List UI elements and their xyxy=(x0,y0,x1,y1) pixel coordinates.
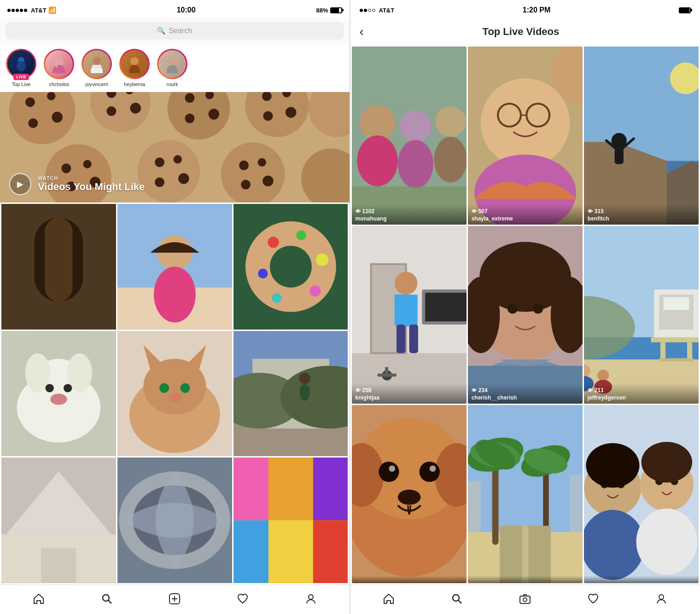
grid-cell-8[interactable] xyxy=(117,458,232,583)
story-item-chchoitoi[interactable]: chchoitoi xyxy=(43,49,75,87)
live-cell-8[interactable] xyxy=(468,405,583,583)
grid-cell-7[interactable] xyxy=(1,458,116,583)
arch-photo xyxy=(1,204,116,330)
signal-dot-3 xyxy=(16,9,19,12)
svg-point-18 xyxy=(52,112,63,123)
search-nav-icon-right xyxy=(451,593,463,607)
svg-point-207 xyxy=(636,509,697,575)
live-cell-3[interactable]: 👁 315 benfitch xyxy=(584,46,699,225)
views-6: 👁 211 xyxy=(588,387,695,394)
live-cell-info-6: 👁 211 jeffreydgerson xyxy=(584,383,699,404)
svg-point-23 xyxy=(130,103,141,114)
nav-home-right[interactable] xyxy=(378,589,400,611)
person-silhouette-4 xyxy=(163,55,181,73)
joyvincent-ring xyxy=(82,49,112,79)
battery-icon-right xyxy=(679,7,691,13)
heyberna-avatar xyxy=(121,50,148,78)
grid-cell-6[interactable] xyxy=(233,331,348,457)
username-4: knightjaa xyxy=(356,394,463,401)
toplive-username: Top Live xyxy=(12,81,31,87)
signal-strength xyxy=(7,9,27,12)
person-silhouette-3 xyxy=(125,55,144,73)
signal-dot-r3 xyxy=(368,9,371,12)
live-cell-2[interactable]: 👁 507 shayla_extreme xyxy=(468,46,583,225)
benfitch-photo xyxy=(584,46,699,225)
photo-grid xyxy=(0,203,350,585)
username-1: monahuang xyxy=(356,215,463,222)
cherish-photo xyxy=(468,226,583,404)
live-cell-info-3: 👁 315 benfitch xyxy=(584,204,699,225)
grid-cell-5[interactable] xyxy=(117,331,232,457)
story-item-toplive[interactable]: LIVE Top Live xyxy=(6,49,37,87)
search-placeholder: Search xyxy=(169,27,192,35)
city-photo xyxy=(233,331,348,457)
story-item-heyberna[interactable]: heyberna xyxy=(119,49,150,87)
username-3: benfitch xyxy=(588,215,695,222)
svg-point-184 xyxy=(379,462,399,482)
dog-live-photo xyxy=(352,405,467,583)
live-cell-4[interactable]: 👁 259 knightjaa xyxy=(352,226,467,404)
back-button[interactable]: ‹ xyxy=(360,24,364,39)
heart-icon-right xyxy=(587,593,599,607)
watch-section[interactable]: ▶ WATCH Videos You Might Like xyxy=(0,166,350,203)
svg-point-185 xyxy=(419,462,439,482)
svg-point-28 xyxy=(208,109,219,120)
cookies-banner: ▶ WATCH Videos You Might Like xyxy=(0,92,350,203)
grid-cell-2[interactable] xyxy=(117,204,232,330)
svg-point-84 xyxy=(168,392,181,402)
nav-profile-left[interactable] xyxy=(300,589,322,611)
nav-add-left[interactable] xyxy=(163,589,186,611)
svg-point-65 xyxy=(316,254,328,266)
username-6: jeffreydgerson xyxy=(588,394,695,401)
live-cell-info-9 xyxy=(584,576,699,583)
live-cell-6[interactable]: 👁 211 jeffreydgerson xyxy=(584,226,699,404)
time-display: 10:00 xyxy=(177,6,196,14)
svg-point-74 xyxy=(46,384,54,392)
live-cell-1[interactable]: 👁 1102 monahuang xyxy=(352,46,467,225)
username-5: cherish__cherish xyxy=(472,394,579,401)
monahuang-photo xyxy=(352,46,467,225)
svg-rect-55 xyxy=(1,204,116,330)
live-cell-9[interactable] xyxy=(584,405,699,583)
live-cell-info-5: 👁 234 cherish__cherish xyxy=(468,383,583,404)
live-cell-info-1: 👁 1102 monahuang xyxy=(352,204,467,225)
view-count-6: 211 xyxy=(595,387,604,394)
svg-point-5 xyxy=(93,57,101,65)
signal-dot-r1 xyxy=(360,9,363,12)
nav-search-right[interactable] xyxy=(446,589,468,611)
nav-camera-right[interactable] xyxy=(514,589,536,611)
svg-rect-101 xyxy=(233,458,268,520)
svg-point-43 xyxy=(174,155,182,163)
grid-cell-4[interactable] xyxy=(1,331,116,457)
live-cell-info-4: 👁 259 knightjaa xyxy=(352,383,467,404)
nav-search-left[interactable] xyxy=(96,589,118,611)
live-cell-7[interactable] xyxy=(352,405,467,583)
nav-heart-right[interactable] xyxy=(582,589,604,611)
svg-point-212 xyxy=(586,443,639,488)
svg-point-59 xyxy=(154,266,196,322)
nav-profile-right[interactable] xyxy=(650,589,672,611)
rourk-avatar-wrapper xyxy=(157,49,187,79)
svg-point-218 xyxy=(659,595,664,599)
joyvincent-username: joyvincent xyxy=(86,81,108,87)
nav-home-left[interactable] xyxy=(28,589,50,611)
search-icon: 🔍 xyxy=(157,27,166,35)
svg-point-107 xyxy=(103,595,109,601)
grid-cell-3[interactable] xyxy=(233,204,348,330)
svg-point-10 xyxy=(168,57,176,65)
search-bar[interactable]: 🔍 Search xyxy=(6,22,344,40)
svg-line-108 xyxy=(108,600,111,603)
nav-heart-left[interactable] xyxy=(232,589,254,611)
grid-cell-1[interactable] xyxy=(1,204,116,330)
carrier-signal-right: AT&T xyxy=(360,7,395,14)
svg-rect-12 xyxy=(165,59,168,63)
heart-icon xyxy=(237,593,249,607)
story-item-rourk[interactable]: rourk xyxy=(157,49,188,87)
play-button[interactable]: ▶ xyxy=(9,173,31,195)
story-item-joyvincent[interactable]: joyvincent xyxy=(81,49,112,87)
svg-rect-96 xyxy=(41,548,76,583)
view-count-2: 507 xyxy=(478,208,488,214)
camera-icon xyxy=(519,593,531,607)
live-cell-5[interactable]: 👁 234 cherish__cherish xyxy=(468,226,583,404)
grid-cell-9[interactable] xyxy=(233,458,348,583)
